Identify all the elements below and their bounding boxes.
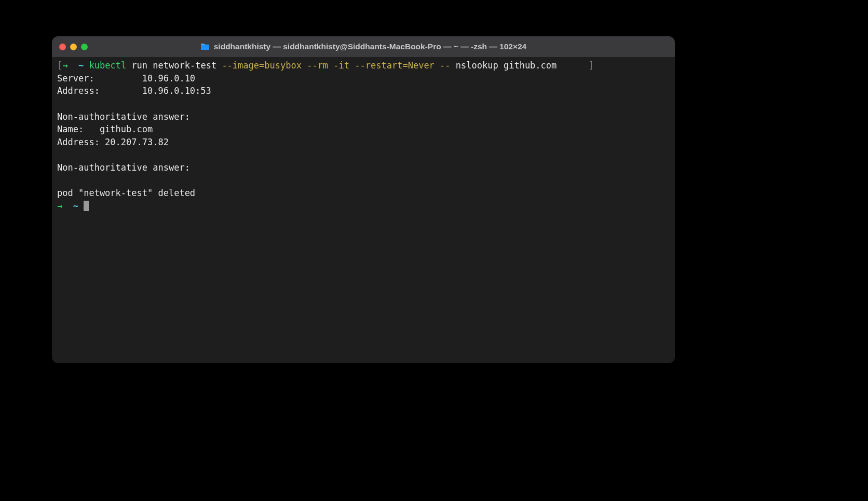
terminal-body[interactable]: [→ ~ kubectl run network-test --image=bu… <box>52 57 675 363</box>
command-rest: run network-test <box>126 60 222 71</box>
output-address1: Address: 10.96.0.10:53 <box>57 86 211 96</box>
flag-it: -it <box>333 60 349 71</box>
output-deleted: pod "network-test" deleted <box>57 188 195 198</box>
minimize-icon[interactable] <box>70 44 77 50</box>
window-title-text: siddhantkhisty — siddhantkhisty@Siddhant… <box>214 42 527 51</box>
traffic-lights <box>59 44 88 50</box>
output-nonauth2: Non-authoritative answer: <box>57 162 190 173</box>
prompt-arrow: → <box>62 60 67 71</box>
cursor-icon <box>84 201 89 211</box>
output-nonauth1: Non-authoritative answer: <box>57 112 190 122</box>
output-server: Server: 10.96.0.10 <box>57 73 195 84</box>
output-name: Name: github.com <box>57 124 153 134</box>
close-icon[interactable] <box>59 44 66 50</box>
output-address2: Address: 20.207.73.82 <box>57 137 169 147</box>
prompt-tilde: ~ <box>78 60 84 71</box>
flag-dashdash: -- <box>440 60 450 71</box>
flag-rm: --rm <box>307 60 328 71</box>
window-title: siddhantkhisty — siddhantkhisty@Siddhant… <box>52 42 675 51</box>
prompt2-tilde: ~ <box>73 201 78 211</box>
maximize-icon[interactable] <box>81 44 88 50</box>
flag-restart: --restart=Never <box>355 60 435 71</box>
folder-icon <box>200 43 210 50</box>
command-keyword: kubectl <box>89 60 126 71</box>
prompt-bracket-open: [ <box>57 60 62 71</box>
terminal-window: siddhantkhisty — siddhantkhisty@Siddhant… <box>52 36 675 363</box>
prompt2-arrow: → <box>57 201 62 211</box>
flag-image: --image=busybox <box>222 60 302 71</box>
prompt-bracket-close: ] <box>589 60 594 71</box>
titlebar[interactable]: siddhantkhisty — siddhantkhisty@Siddhant… <box>52 36 675 57</box>
command-post-dash: nslookup github.com <box>451 60 557 71</box>
